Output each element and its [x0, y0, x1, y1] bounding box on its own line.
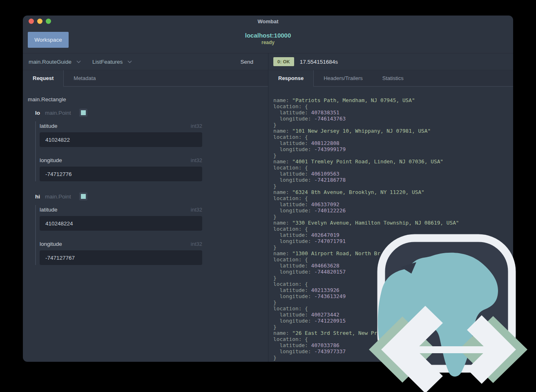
- tab-metadata[interactable]: Metadata: [64, 70, 105, 86]
- latitude-input[interactable]: 41024822: [40, 132, 202, 147]
- group-name: lo: [35, 110, 40, 116]
- duration-label: 17.554151684s: [300, 59, 338, 65]
- service-selector[interactable]: main.RouteGuide: [29, 59, 81, 65]
- tab-request[interactable]: Request: [23, 70, 64, 86]
- field-label: longitude: [40, 241, 62, 247]
- host-address: localhost:10000: [23, 32, 513, 39]
- group-header: hi main.Point: [35, 192, 268, 201]
- field-label: latitude: [40, 123, 58, 129]
- response-pane: 0: OK 17.554151684s Response Headers/Tra…: [268, 53, 513, 362]
- group-checkbox[interactable]: [79, 109, 87, 117]
- response-toolbar: 0: OK 17.554151684s: [268, 53, 513, 70]
- connection-status: localhost:10000 ready: [23, 32, 513, 45]
- service-selector-label: main.RouteGuide: [29, 59, 71, 65]
- group-type: main.Point: [45, 110, 71, 116]
- group-header: lo main.Point: [35, 108, 268, 117]
- chevron-down-icon: [76, 60, 81, 63]
- field-group-hi: hi main.Point latitude int32 410248224: [35, 192, 268, 265]
- field-longitude: longitude int32 -747127767: [40, 241, 202, 265]
- titlebar: Wombat: [23, 16, 513, 27]
- field-group-lo: lo main.Point latitude int32 41024822: [35, 108, 268, 181]
- group-body: latitude int32 41024822 longitude int32 …: [35, 121, 268, 181]
- field-label: longitude: [40, 157, 62, 163]
- request-form: main.Rectangle lo main.Point latitude in…: [23, 87, 268, 362]
- group-body: latitude int32 410248224 longitude int32…: [35, 205, 268, 265]
- method-selector-label: ListFeatures: [92, 59, 123, 65]
- field-latitude: latitude int32 41024822: [40, 123, 202, 147]
- chevron-down-icon: [127, 60, 132, 63]
- field-longitude: longitude int32 -74712776: [40, 157, 202, 181]
- group-type: main.Point: [45, 194, 71, 200]
- field-type: int32: [191, 241, 202, 247]
- field-type: int32: [191, 207, 202, 213]
- minimize-button[interactable]: [37, 19, 42, 24]
- header: Workspace localhost:10000 ready: [23, 27, 513, 53]
- traffic-lights: [29, 19, 51, 24]
- field-type: int32: [191, 157, 202, 163]
- tab-headers-trailers[interactable]: Headers/Trailers: [314, 70, 373, 86]
- checkbox-check-icon: [81, 110, 86, 115]
- method-selector[interactable]: ListFeatures: [92, 59, 132, 65]
- request-tabbar: Request Metadata: [23, 70, 268, 87]
- longitude-input[interactable]: -747127767: [40, 250, 202, 265]
- send-button[interactable]: Send: [240, 59, 262, 65]
- response-tabbar: Response Headers/Trailers Statistics: [268, 70, 513, 87]
- connection-state: ready: [23, 40, 513, 45]
- response-body[interactable]: name: "Patriots Path, Mendham, NJ 07945,…: [268, 87, 513, 362]
- wombat-window: Wombat Workspace localhost:10000 ready m…: [23, 16, 513, 362]
- checkbox-check-icon: [81, 194, 86, 199]
- request-toolbar: main.RouteGuide ListFeatures Send: [23, 53, 268, 70]
- status-badge: 0: OK: [273, 57, 294, 66]
- field-label: latitude: [40, 207, 58, 213]
- message-type-label: main.Rectangle: [28, 96, 268, 102]
- request-pane: main.RouteGuide ListFeatures Send Reques…: [23, 53, 268, 362]
- zoom-button[interactable]: [46, 19, 51, 24]
- main-area: main.RouteGuide ListFeatures Send Reques…: [23, 53, 513, 362]
- group-checkbox[interactable]: [79, 192, 87, 200]
- longitude-input[interactable]: -74712776: [40, 167, 202, 181]
- field-latitude: latitude int32 410248224: [40, 207, 202, 231]
- close-button[interactable]: [29, 19, 34, 24]
- tab-response[interactable]: Response: [268, 70, 314, 86]
- tab-statistics[interactable]: Statistics: [373, 70, 413, 86]
- latitude-input[interactable]: 410248224: [40, 216, 202, 231]
- window-title: Wombat: [257, 18, 278, 24]
- group-name: hi: [35, 194, 40, 200]
- field-type: int32: [191, 123, 202, 129]
